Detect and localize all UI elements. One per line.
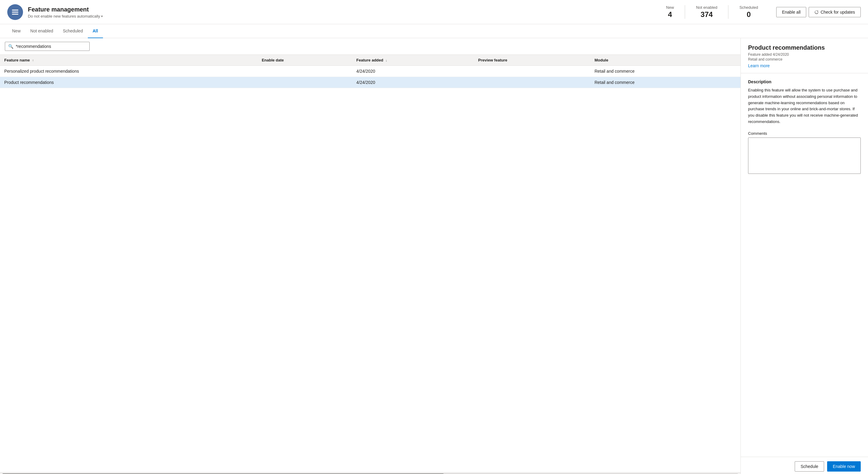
header-buttons: Enable all Check for updates: [776, 7, 861, 17]
tab-new-label: New: [12, 29, 21, 33]
stat-not-enabled-label: Not enabled: [696, 5, 717, 10]
tab-not-enabled[interactable]: Not enabled: [26, 24, 58, 38]
tab-not-enabled-label: Not enabled: [30, 29, 53, 33]
refresh-icon: [814, 10, 818, 14]
svg-rect-2: [12, 13, 19, 14]
comments-textarea[interactable]: [748, 137, 861, 174]
comments-label: Comments: [748, 131, 861, 136]
feature-table-wrapper: Feature name ↑ Enable date Feature added…: [0, 55, 741, 472]
subtitle-dropdown[interactable]: Do not enable new features automatically…: [28, 14, 103, 19]
svg-rect-0: [12, 9, 19, 10]
table-cell-0: Personalized product recommendations: [0, 66, 257, 77]
table-cell-1: [257, 66, 352, 77]
title-block: Feature management Do not enable new fea…: [28, 5, 103, 19]
stat-scheduled: Scheduled 0: [728, 5, 769, 19]
tab-new[interactable]: New: [7, 24, 26, 38]
search-bar: 🔍: [0, 38, 741, 55]
tab-all-label: All: [93, 29, 98, 33]
table-row[interactable]: Personalized product recommendations4/24…: [0, 66, 741, 77]
table-row[interactable]: Product recommendations4/24/2020Retail a…: [0, 77, 741, 88]
detail-panel-header: Product recommendations Feature added 4/…: [741, 38, 868, 73]
stats-section: New 4 Not enabled 374 Scheduled 0: [655, 5, 769, 19]
detail-panel-body: Description Enabling this feature will a…: [741, 73, 868, 457]
table-cell-0: Product recommendations: [0, 77, 257, 88]
feature-table: Feature name ↑ Enable date Feature added…: [0, 55, 741, 88]
col-enable-date[interactable]: Enable date: [257, 55, 352, 66]
svg-rect-1: [12, 11, 19, 12]
enable-all-button[interactable]: Enable all: [776, 7, 807, 17]
detail-title: Product recommendations: [748, 44, 861, 51]
list-icon: [11, 8, 20, 17]
col-preview-feature[interactable]: Preview feature: [474, 55, 590, 66]
table-cell-3: [474, 77, 590, 88]
check-updates-button[interactable]: Check for updates: [809, 7, 861, 17]
stat-scheduled-value: 0: [747, 10, 750, 19]
col-feature-added[interactable]: Feature added ↓: [352, 55, 474, 66]
horizontal-scrollbar[interactable]: [0, 472, 741, 474]
learn-more-link[interactable]: Learn more: [748, 63, 770, 68]
stat-scheduled-label: Scheduled: [739, 5, 758, 10]
search-input-wrapper[interactable]: 🔍: [5, 42, 90, 51]
detail-panel-footer: Schedule Enable now: [741, 457, 868, 474]
detail-module: Retail and commerce: [748, 57, 861, 62]
tab-all[interactable]: All: [88, 24, 103, 38]
tab-scheduled[interactable]: Scheduled: [58, 24, 88, 38]
page-title: Feature management: [28, 5, 103, 13]
main-area: 🔍 Feature name ↑ Enable date: [0, 38, 868, 474]
detail-panel: Product recommendations Feature added 4/…: [741, 38, 868, 474]
table-header-row: Feature name ↑ Enable date Feature added…: [0, 55, 741, 66]
page-header: Feature management Do not enable new fea…: [0, 0, 868, 24]
stat-new: New 4: [655, 5, 685, 19]
tabs-bar: New Not enabled Scheduled All: [0, 24, 868, 38]
search-input[interactable]: [16, 44, 86, 49]
table-cell-2: 4/24/2020: [352, 66, 474, 77]
stat-new-label: New: [666, 5, 674, 10]
sort-desc-icon: ↓: [385, 59, 388, 62]
table-cell-1: [257, 77, 352, 88]
detail-feature-added: Feature added 4/24/2020: [748, 53, 861, 57]
stat-not-enabled-value: 374: [701, 10, 713, 19]
subtitle-text: Do not enable new features automatically: [28, 14, 100, 19]
description-heading: Description: [748, 80, 861, 84]
tab-scheduled-label: Scheduled: [63, 29, 83, 33]
table-cell-2: 4/24/2020: [352, 77, 474, 88]
stat-not-enabled: Not enabled 374: [685, 5, 728, 19]
table-cell-4: Retail and commerce: [590, 66, 741, 77]
left-panel: 🔍 Feature name ↑ Enable date: [0, 38, 741, 474]
schedule-button[interactable]: Schedule: [795, 461, 824, 472]
stat-new-value: 4: [668, 10, 672, 19]
enable-now-button[interactable]: Enable now: [827, 461, 861, 472]
check-updates-label: Check for updates: [820, 10, 855, 14]
table-cell-4: Retail and commerce: [590, 77, 741, 88]
table-cell-3: [474, 66, 590, 77]
chevron-down-icon: ▾: [101, 14, 103, 18]
description-text: Enabling this feature will allow the sys…: [748, 87, 861, 125]
col-module[interactable]: Module: [590, 55, 741, 66]
col-feature-name[interactable]: Feature name ↑: [0, 55, 257, 66]
sort-asc-icon: ↑: [32, 59, 34, 62]
search-icon: 🔍: [8, 44, 13, 49]
app-icon: [7, 4, 23, 20]
